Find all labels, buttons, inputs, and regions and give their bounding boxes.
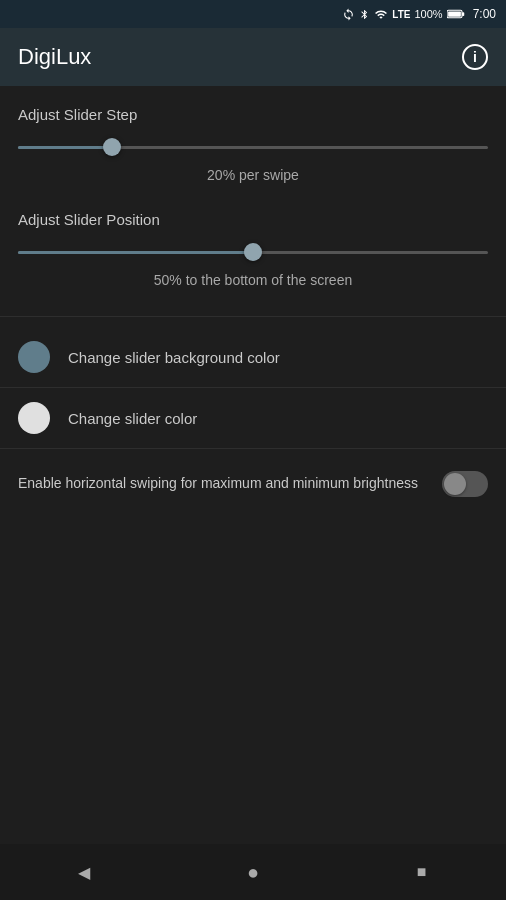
main-content: Adjust Slider Step 20% per swipe Adjust …: [0, 86, 506, 535]
slider-step-value: 20% per swipe: [18, 167, 488, 183]
recents-button[interactable]: ■: [402, 852, 442, 892]
status-icons: LTE 100% 7:00: [342, 7, 496, 21]
background-color-label: Change slider background color: [68, 349, 280, 366]
slider-position-fill: [18, 251, 253, 254]
horizontal-swipe-label: Enable horizontal swiping for maximum an…: [18, 474, 422, 494]
app-bar: DigiLux i: [0, 28, 506, 86]
slider-step-fill: [18, 146, 112, 149]
slider-color-label: Change slider color: [68, 410, 197, 427]
slider-step-control[interactable]: [18, 137, 488, 157]
horizontal-swipe-setting[interactable]: Enable horizontal swiping for maximum an…: [18, 453, 488, 515]
home-button[interactable]: ●: [233, 852, 273, 892]
slider-position-value: 50% to the bottom of the screen: [18, 272, 488, 288]
slider-position-title: Adjust Slider Position: [18, 211, 488, 228]
recents-icon: ■: [417, 863, 427, 881]
nav-bar: ◀ ● ■: [0, 844, 506, 900]
svg-rect-1: [462, 12, 464, 16]
battery-percent: 100%: [415, 8, 443, 20]
status-time: 7:00: [473, 7, 496, 21]
slider-step-title: Adjust Slider Step: [18, 106, 488, 123]
divider-1: [0, 316, 506, 317]
color-options: Change slider background color Change sl…: [18, 327, 488, 448]
slider-step-section: Adjust Slider Step 20% per swipe: [18, 106, 488, 183]
background-color-option[interactable]: Change slider background color: [18, 327, 488, 387]
battery-icon: [447, 8, 465, 20]
bluetooth-icon: [359, 8, 370, 21]
toggle-knob: [444, 473, 466, 495]
background-color-circle: [18, 341, 50, 373]
info-button[interactable]: i: [462, 44, 488, 70]
back-button[interactable]: ◀: [64, 852, 104, 892]
app-title: DigiLux: [18, 44, 91, 70]
slider-position-track: [18, 251, 488, 254]
lte-indicator: LTE: [392, 9, 410, 20]
home-icon: ●: [247, 861, 259, 884]
sync-icon: [342, 8, 355, 21]
slider-position-control[interactable]: [18, 242, 488, 262]
slider-color-circle: [18, 402, 50, 434]
divider-3: [0, 448, 506, 449]
back-icon: ◀: [78, 863, 90, 882]
svg-rect-2: [448, 11, 461, 16]
slider-step-thumb[interactable]: [103, 138, 121, 156]
slider-position-thumb[interactable]: [244, 243, 262, 261]
slider-color-option[interactable]: Change slider color: [18, 388, 488, 448]
slider-position-section: Adjust Slider Position 50% to the bottom…: [18, 211, 488, 288]
signal-icon: [374, 8, 388, 21]
status-bar: LTE 100% 7:00: [0, 0, 506, 28]
slider-step-track: [18, 146, 488, 149]
horizontal-swipe-toggle[interactable]: [442, 471, 488, 497]
